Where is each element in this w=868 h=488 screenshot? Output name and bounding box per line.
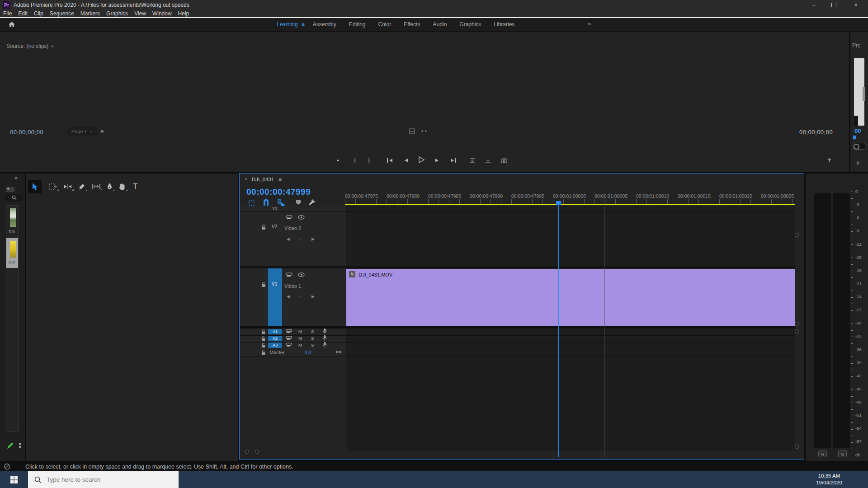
master-gain-value[interactable]: 0.0 [305,350,311,355]
mute-button[interactable]: M [298,329,302,334]
vertical-scroll-handle[interactable] [795,322,799,326]
timeline-ruler[interactable]: 00:00:00:47975 00:00:00:47980 00:00:00:4… [345,193,795,200]
clock[interactable]: 10:35 AM 19/04/2020 [814,473,844,487]
master-track-label[interactable]: Master [269,350,285,355]
clip-fx-badge[interactable]: fx [349,271,355,277]
go-to-in-icon[interactable] [387,158,393,163]
horizontal-scroll-handle[interactable] [255,450,259,454]
close-button[interactable]: × [844,0,868,10]
next-keyframe-icon[interactable]: ▶ [311,237,315,241]
menu-sequence[interactable]: Sequence [47,10,77,17]
learning-panel-menu-icon[interactable]: ≡ [302,21,305,28]
home-icon[interactable] [8,21,15,28]
menu-help[interactable]: Help [175,10,193,17]
menu-window[interactable]: Window [149,10,175,17]
tab-assembly[interactable]: Assembly [307,21,343,28]
project-search-box[interactable] [5,194,23,202]
track-v1-name[interactable]: Video 1 [284,283,301,289]
overwrite-icon[interactable] [485,158,491,163]
source-patch-icon[interactable] [286,329,292,333]
linked-selection-icon[interactable] [248,199,255,206]
fit-toggle-icon[interactable] [421,128,427,134]
project-expand-icon[interactable]: » [14,174,18,181]
tab-editing[interactable]: Editing [343,21,372,28]
solo-left-channel-button[interactable]: S [818,450,827,457]
menu-view[interactable]: View [131,10,149,17]
maximize-button[interactable] [824,0,844,10]
source-patch-icon[interactable] [286,215,292,220]
tab-color[interactable]: Color [372,21,397,28]
menu-graphics[interactable]: Graphics [103,10,131,17]
voiceover-mic-icon[interactable] [323,342,327,348]
playhead-handle[interactable] [556,201,561,205]
add-marker-icon[interactable]: ● [337,158,339,163]
menu-file[interactable]: File [0,10,15,17]
timeline-panel-menu-icon[interactable]: ≡ [278,176,282,183]
project-item[interactable]: DJI [6,207,18,235]
lock-icon[interactable] [261,329,266,334]
prev-keyframe-icon[interactable]: ◀ [287,294,290,299]
project-item-selected[interactable]: DJI [6,238,18,268]
mark-in-icon[interactable]: { [354,156,356,163]
track-v2-name[interactable]: Video 2 [284,225,301,231]
mute-button[interactable]: M [298,336,302,341]
slip-tool[interactable] [92,184,100,189]
voiceover-mic-icon[interactable] [323,335,327,341]
search-input[interactable] [46,476,174,483]
source-patch-icon[interactable] [286,272,292,277]
solo-button[interactable]: S [311,343,314,347]
track-select-tool[interactable] [49,183,57,190]
taskbar-search-box[interactable] [28,471,179,488]
nested-sequence-icon[interactable] [278,199,286,206]
solo-button[interactable]: S [311,329,314,334]
workspace-overflow-icon[interactable]: » [588,20,591,27]
track-v3-label[interactable]: V3 [272,206,277,211]
toggle-track-output-eye-icon[interactable] [298,215,305,220]
mark-out-icon[interactable]: } [368,156,370,163]
timeline-current-timecode[interactable]: 00:00:00:47999 [246,187,311,197]
tab-libraries[interactable]: Libraries [487,21,521,28]
snap-magnet-icon[interactable] [262,199,270,206]
voiceover-mic-icon[interactable] [323,328,327,334]
menu-clip[interactable]: Clip [31,10,47,17]
solo-button[interactable]: S [311,336,314,341]
track-v1-target-strip[interactable] [268,268,282,326]
list-grid-icon[interactable] [19,443,22,448]
menu-edit[interactable]: Edit [15,10,31,17]
tab-graphics[interactable]: Graphics [453,21,487,28]
folder-up-icon[interactable] [6,186,14,192]
vertical-scroll-handle[interactable] [795,445,799,449]
grid-settings-icon[interactable] [409,128,415,134]
playhead-line[interactable] [558,202,559,457]
timeline-clip[interactable]: fx DJI_0431.MOV [346,269,795,326]
start-button[interactable] [3,471,25,488]
export-frame-icon[interactable] [501,158,507,163]
marker-flag-icon[interactable] [853,136,858,142]
source-panel-menu-icon[interactable]: ≡ [51,42,54,49]
page-next-icon[interactable]: ▶ [101,129,104,133]
razor-tool[interactable] [78,183,85,190]
next-keyframe-icon[interactable]: ▶ [311,294,315,299]
track-v1-badge[interactable]: V1 [272,282,277,286]
pan-bowtie-icon[interactable]: ▶◀ [336,350,340,354]
lock-icon[interactable] [261,336,266,341]
horizontal-scroll-handle[interactable] [245,450,249,454]
vertical-scroll-handle[interactable] [795,329,799,333]
add-marker-icon[interactable] [296,199,301,205]
tab-audio[interactable]: Audio [427,21,453,28]
lock-icon[interactable] [261,282,266,287]
timeline-tab-close-icon[interactable]: × [245,176,247,182]
lock-icon[interactable] [261,225,266,230]
lock-icon[interactable] [261,343,266,348]
insert-icon[interactable] [469,158,475,163]
program-plus-icon[interactable]: + [856,159,860,167]
add-keyframe-icon[interactable]: ◇ [299,237,302,241]
transport-toggle[interactable] [853,143,866,150]
ripple-edit-tool[interactable] [64,183,72,190]
track-a1-badge[interactable]: A1 [268,329,282,334]
track-a3-badge[interactable]: A3 [268,343,282,348]
source-page-selector[interactable]: Page 1 ⌄ [68,127,97,136]
track-v2-badge[interactable]: V2 [272,224,277,229]
button-editor-plus-icon[interactable]: + [827,156,831,164]
vertical-scroll-handle[interactable] [795,233,799,237]
